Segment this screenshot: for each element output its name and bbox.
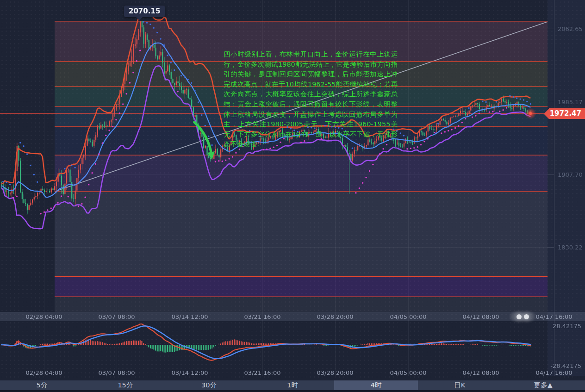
analyst-annotation-text: 四小时级别上看，布林带开口向上，金价运行在中上轨运行，金价多次测试1980都无法… [224, 50, 398, 149]
timeframe-tab-4[interactable]: 1时 [251, 380, 335, 390]
time-axis-label: 03/21 16:00 [244, 313, 280, 320]
price-axis-label: 1985.17 [558, 98, 583, 105]
time-axis-label: 02/28 04:00 [25, 369, 62, 376]
high-price-tooltip: 2070.15 [124, 6, 165, 17]
timeframe-tab-7[interactable]: 更多▲ [501, 380, 585, 390]
bottom-edge-strip [0, 390, 585, 392]
time-axis-label: 04/12 08:00 [462, 313, 499, 320]
timeframe-tab-2[interactable]: 15分 [84, 380, 168, 390]
time-axis-label: 03/21 16:00 [244, 369, 280, 376]
time-axis-label: 04/17 16:00 [535, 313, 572, 320]
macd-min-label: -28.42175 [550, 362, 581, 369]
current-price-tag: 1972.47 [544, 108, 585, 119]
timeframe-tab-bar: 5分15分30分1时4时日K更多▲ [0, 380, 585, 390]
scroll-position-dots[interactable] [512, 312, 533, 321]
time-axis-label: 04/17 16:00 [535, 369, 572, 376]
price-axis-label: 1830.22 [558, 244, 583, 251]
timeframe-tab-5[interactable]: 4时 [334, 380, 418, 390]
time-axis-label: 04/05 00:00 [390, 313, 426, 320]
trading-chart-window: 0(2070.63)0.236(2027.89)0.382(2001.44)0.… [0, 0, 585, 392]
time-axis-label: 03/14 12:00 [171, 369, 208, 376]
time-axis-label: 03/28 20:00 [317, 369, 353, 376]
time-axis-label: 04/12 08:00 [462, 369, 499, 376]
price-axis-label: 1907.70 [558, 171, 583, 178]
timeframe-tab-3[interactable]: 30分 [167, 380, 251, 390]
price-tag-arrow-icon [544, 109, 549, 119]
time-axis-label: 03/28 20:00 [317, 313, 353, 320]
time-axis-label: 04/05 00:00 [390, 369, 426, 376]
time-axis-label: 02/28 04:00 [25, 313, 62, 320]
time-axis-label: 03/14 12:00 [171, 313, 208, 320]
macd-max-label: 28.42175 [553, 323, 581, 330]
timeframe-tab-1[interactable]: 5分 [0, 380, 84, 390]
time-axis-label: 03/07 08:00 [98, 369, 135, 376]
time-axis-label: 03/07 08:00 [98, 313, 135, 320]
timeframe-tab-6[interactable]: 日K [418, 380, 502, 390]
dots-glow [510, 312, 535, 321]
current-price-value: 1972.47 [549, 108, 585, 119]
price-axis-label: 2062.65 [558, 25, 583, 32]
